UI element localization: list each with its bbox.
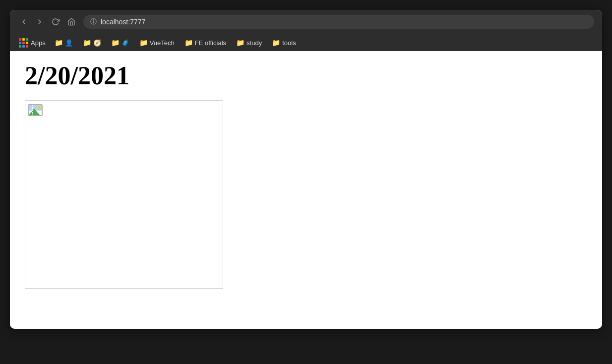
bookmark-person-emoji: 👤 <box>65 39 73 47</box>
bookmark-tools-label: tools <box>282 39 296 47</box>
bookmark-briefcase-emoji: 🧳 <box>122 39 129 47</box>
image-placeholder <box>25 100 223 289</box>
bookmark-study-label: study <box>246 39 262 47</box>
folder-icon: 📁 <box>83 39 91 47</box>
folder-icon: 📁 <box>236 39 245 47</box>
bookmark-person[interactable]: 📁 👤 <box>51 38 77 48</box>
home-button[interactable] <box>65 17 77 27</box>
apps-button[interactable]: Apps <box>16 37 49 48</box>
forward-button[interactable] <box>34 17 46 27</box>
address-bar[interactable]: ⓘ localhost:7777 <box>83 15 594 29</box>
browser-window: ⓘ localhost:7777 Apps 📁 👤 📁 🧭 📁 🧳 � <box>10 10 602 329</box>
bookmarks-bar: Apps 📁 👤 📁 🧭 📁 🧳 📁 VueTech 📁 FE official… <box>10 34 602 51</box>
bookmark-fe-officials-label: FE officials <box>195 39 226 47</box>
url-text: localhost:7777 <box>101 18 145 26</box>
folder-icon: 📁 <box>272 39 280 47</box>
bookmark-study[interactable]: 📁 study <box>232 38 266 48</box>
apps-grid-icon <box>19 38 28 47</box>
folder-icon: 📁 <box>184 39 193 47</box>
bookmark-tools[interactable]: 📁 tools <box>268 38 300 48</box>
page-content: 2/20/2021 <box>10 51 602 329</box>
bookmark-compass-emoji: 🧭 <box>93 39 101 47</box>
bookmark-fe-officials[interactable]: 📁 FE officials <box>181 38 230 48</box>
broken-image-icon <box>27 103 43 119</box>
folder-icon: 📁 <box>55 39 63 47</box>
bookmark-compass[interactable]: 📁 🧭 <box>79 38 105 48</box>
bookmark-vuetech[interactable]: 📁 VueTech <box>135 38 179 48</box>
page-date: 2/20/2021 <box>25 61 587 90</box>
bookmark-briefcase[interactable]: 📁 🧳 <box>107 38 133 48</box>
bookmark-vuetech-label: VueTech <box>150 39 175 47</box>
folder-icon: 📁 <box>111 39 120 47</box>
back-button[interactable] <box>18 17 30 27</box>
svg-point-2 <box>38 106 41 109</box>
title-bar: ⓘ localhost:7777 <box>10 10 602 34</box>
info-icon: ⓘ <box>90 17 97 26</box>
reload-button[interactable] <box>50 17 61 27</box>
nav-buttons <box>18 17 77 27</box>
folder-icon: 📁 <box>139 39 148 47</box>
apps-label: Apps <box>31 39 46 47</box>
